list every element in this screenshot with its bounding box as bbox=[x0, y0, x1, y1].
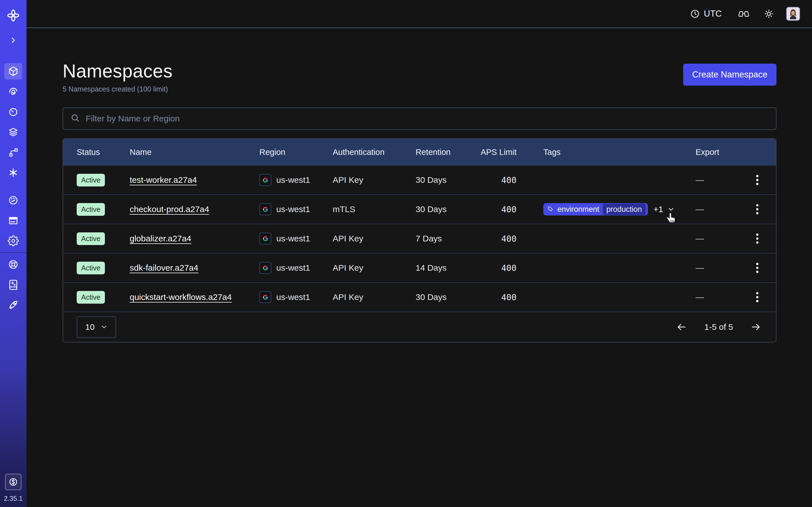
sidebar-bottom: 2.35.1 bbox=[0, 474, 27, 503]
table-row[interactable]: Active test-worker.a27a4 us-west1 bbox=[63, 166, 776, 195]
main-area: UTC bbox=[27, 0, 812, 507]
gcp-icon bbox=[259, 203, 271, 215]
tags-expand-chevron-icon[interactable] bbox=[667, 205, 675, 213]
row-menu-button[interactable] bbox=[754, 202, 761, 217]
pricing-badge-icon[interactable] bbox=[5, 474, 21, 490]
retention-value: 14 Days bbox=[416, 263, 477, 273]
sidebar-item-namespaces[interactable] bbox=[4, 63, 22, 79]
namespace-link[interactable]: checkout-prod.a27a4 bbox=[130, 205, 209, 214]
status-badge: Active bbox=[77, 232, 105, 245]
sidebar-item-getting-started[interactable] bbox=[4, 297, 22, 313]
table-row[interactable]: Active quickstart-workflows.a27a4 us-wes… bbox=[63, 283, 776, 312]
timezone-label: UTC bbox=[704, 9, 722, 19]
gcp-icon bbox=[259, 233, 271, 244]
gcp-icon bbox=[259, 262, 271, 274]
filter-input[interactable] bbox=[86, 114, 769, 123]
filter-bar[interactable] bbox=[63, 107, 776, 130]
export-value: — bbox=[696, 175, 752, 185]
aps-value: 400 bbox=[501, 234, 516, 244]
next-page-button[interactable] bbox=[749, 321, 762, 334]
glasses-icon[interactable] bbox=[738, 10, 749, 18]
sidebar-divider bbox=[0, 252, 27, 253]
auth-value: API Key bbox=[333, 263, 416, 273]
temporal-logo bbox=[4, 7, 22, 24]
tags-more-count: +1 bbox=[654, 205, 663, 214]
page-range-label: 1-5 of 5 bbox=[704, 322, 733, 332]
namespace-link[interactable]: globalizer.a27a4 bbox=[130, 234, 192, 243]
region-label: us-west1 bbox=[276, 175, 310, 185]
table-header: Status Name Region Authentication Retent… bbox=[63, 139, 776, 166]
chevron-down-icon bbox=[100, 323, 108, 331]
retention-value: 30 Days bbox=[416, 292, 477, 302]
auth-value: API Key bbox=[333, 175, 416, 185]
topbar: UTC bbox=[27, 0, 812, 28]
export-value: — bbox=[696, 292, 752, 302]
page-title: Namespaces bbox=[63, 60, 172, 82]
status-badge: Active bbox=[77, 262, 105, 274]
tag-pill[interactable]: environment production bbox=[543, 203, 648, 216]
export-value: — bbox=[696, 234, 752, 243]
sidebar-item-billing[interactable] bbox=[4, 212, 22, 229]
export-value: — bbox=[696, 263, 752, 273]
sidebar-item-support[interactable] bbox=[4, 256, 22, 273]
row-menu-button[interactable] bbox=[754, 290, 761, 305]
col-region: Region bbox=[259, 148, 333, 157]
region-label: us-west1 bbox=[276, 292, 310, 302]
aps-value: 400 bbox=[501, 263, 516, 273]
col-export: Export bbox=[696, 148, 752, 157]
pager: 1-5 of 5 bbox=[675, 321, 762, 334]
page-size-select[interactable]: 10 bbox=[77, 316, 116, 338]
col-name: Name bbox=[130, 148, 259, 157]
app-root: 2.35.1 UTC bbox=[0, 0, 812, 507]
tag-value: production bbox=[603, 204, 646, 215]
sidebar-item-settings[interactable] bbox=[4, 233, 22, 249]
prev-page-button[interactable] bbox=[675, 321, 688, 334]
col-aps-limit: APS Limit bbox=[481, 148, 516, 157]
namespace-link[interactable]: sdk-failover.a27a4 bbox=[130, 263, 199, 272]
sidebar-item-nexus[interactable] bbox=[4, 144, 22, 161]
row-menu-button[interactable] bbox=[754, 260, 761, 276]
create-namespace-button[interactable]: Create Namespace bbox=[683, 64, 776, 86]
sidebar: 2.35.1 bbox=[0, 0, 27, 507]
page-head: Namespaces 5 Namespaces created (100 lim… bbox=[63, 60, 776, 93]
sidebar-expand-button[interactable] bbox=[4, 32, 22, 48]
sidebar-item-usage[interactable] bbox=[4, 192, 22, 209]
aps-value: 400 bbox=[501, 292, 516, 302]
sidebar-item-deployments[interactable] bbox=[4, 124, 22, 140]
sidebar-item-workflows[interactable] bbox=[4, 83, 22, 100]
row-menu-button[interactable] bbox=[754, 172, 761, 187]
region-label: us-west1 bbox=[276, 263, 310, 273]
col-authentication: Authentication bbox=[333, 148, 416, 157]
sidebar-item-docs[interactable] bbox=[4, 277, 22, 293]
namespaces-table: Status Name Region Authentication Retent… bbox=[63, 138, 776, 342]
col-tags: Tags bbox=[516, 148, 696, 157]
table-row[interactable]: Active checkout-prod.a27a4 us-west1 bbox=[63, 195, 776, 224]
search-icon bbox=[70, 113, 80, 124]
row-menu-button[interactable] bbox=[754, 231, 761, 246]
auth-value: API Key bbox=[333, 234, 416, 243]
auth-value: API Key bbox=[333, 292, 416, 302]
sidebar-item-batch-operations[interactable] bbox=[4, 165, 22, 181]
page-subtitle: 5 Namespaces created (100 limit) bbox=[63, 85, 172, 93]
region-label: us-west1 bbox=[276, 205, 310, 214]
status-badge: Active bbox=[77, 203, 105, 216]
col-retention: Retention bbox=[416, 148, 477, 157]
retention-value: 30 Days bbox=[416, 175, 477, 185]
tags-cell: environment production +1 bbox=[516, 203, 696, 216]
export-value: — bbox=[696, 205, 752, 214]
page-size-value: 10 bbox=[85, 322, 94, 332]
table-row[interactable]: Active globalizer.a27a4 us-west1 bbox=[63, 224, 776, 253]
namespace-link[interactable]: quickstart-workflows.a27a4 bbox=[130, 292, 232, 302]
retention-value: 7 Days bbox=[416, 234, 477, 243]
sun-icon[interactable] bbox=[764, 9, 774, 18]
tag-icon bbox=[547, 206, 554, 213]
clock-icon bbox=[690, 9, 700, 18]
avatar[interactable] bbox=[786, 7, 800, 21]
retention-value: 30 Days bbox=[416, 205, 477, 214]
sidebar-item-schedules[interactable] bbox=[4, 104, 22, 120]
timezone-selector[interactable]: UTC bbox=[690, 9, 722, 19]
namespace-link[interactable]: test-worker.a27a4 bbox=[130, 175, 197, 184]
aps-value: 400 bbox=[501, 175, 516, 185]
auth-value: mTLS bbox=[333, 205, 416, 214]
table-row[interactable]: Active sdk-failover.a27a4 us-west1 bbox=[63, 253, 776, 283]
